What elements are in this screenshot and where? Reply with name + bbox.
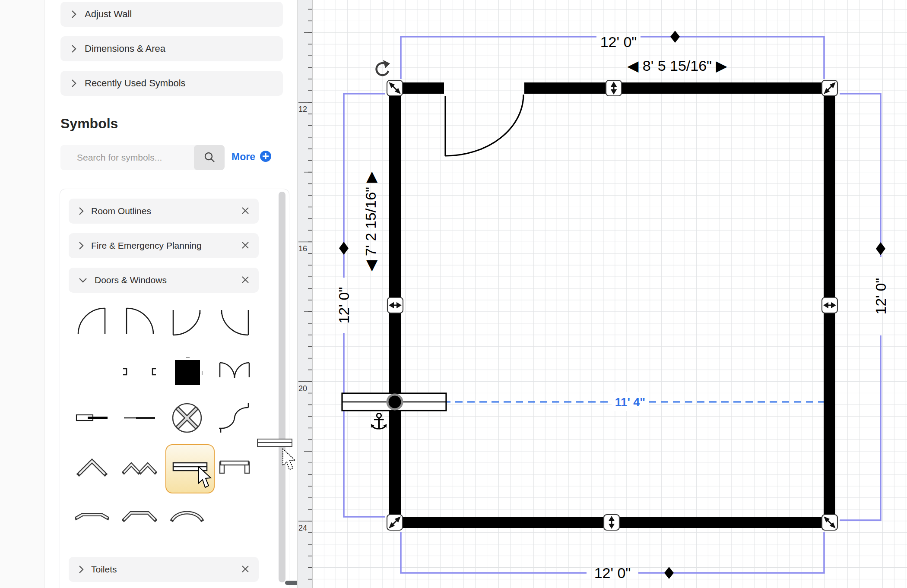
wall-top-right-segment [524, 82, 835, 94]
resize-handle-bottom-mid[interactable] [604, 515, 619, 530]
rotate-handle-icon[interactable] [377, 60, 390, 75]
window-symbol[interactable] [342, 393, 446, 411]
resize-handle-bottom-right[interactable] [822, 515, 837, 530]
anchor-icon: ⚓ [369, 409, 389, 434]
resize-handle-mid-right[interactable] [822, 297, 837, 313]
dim-left-inner[interactable]: ◀ 7' 2 15/16" ▶ [362, 171, 379, 271]
door-swing[interactable] [445, 95, 523, 156]
dim-right[interactable]: 12' 0" [872, 278, 889, 315]
resize-handle-top-mid[interactable] [606, 80, 622, 96]
dim-bottom[interactable]: 12' 0" [594, 565, 631, 581]
room-walls[interactable] [389, 82, 835, 528]
drawing-canvas[interactable]: 12 16 20 24 [297, 0, 907, 588]
dim-top[interactable]: 12' 0" [600, 34, 637, 50]
dimension-grip-diamonds[interactable] [339, 31, 885, 579]
resize-handle-mid-left[interactable] [387, 297, 403, 313]
dim-left[interactable]: 12' 0" [336, 287, 352, 324]
resize-handle-top-left[interactable] [387, 80, 403, 96]
window-offset-label: 11' 4" [615, 396, 645, 409]
selection-dimension-lines [344, 37, 881, 573]
resize-handles [387, 80, 837, 530]
resize-handle-top-right[interactable] [822, 80, 837, 96]
dim-top-inner[interactable]: ◀ 8' 5 15/16" ▶ [627, 57, 727, 74]
resize-handle-bottom-left[interactable] [387, 515, 403, 530]
window-anchor-point [387, 395, 402, 409]
